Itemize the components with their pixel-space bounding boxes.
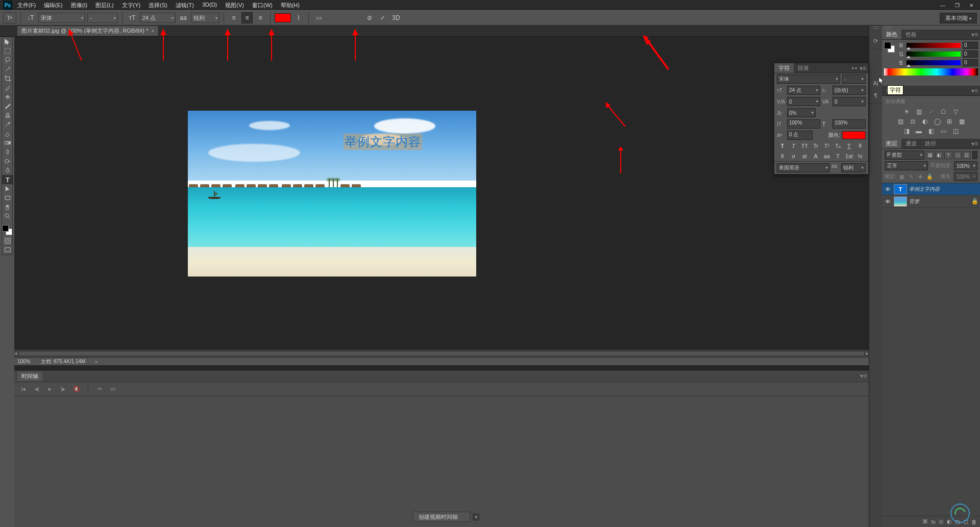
align-center-button[interactable]: ≡	[241, 12, 253, 23]
fg-color[interactable]	[2, 225, 9, 232]
g-value[interactable]: 0	[963, 51, 978, 58]
char-panel-toggle[interactable]: ▭	[313, 12, 324, 23]
path-select-tool[interactable]	[2, 184, 13, 193]
char-aa-combo[interactable]: 锐利▾	[841, 163, 866, 172]
heal-tool[interactable]	[2, 92, 13, 102]
layer-thumbnail-type[interactable]: T	[894, 184, 907, 194]
lock-transparency-icon[interactable]: ▦	[898, 173, 905, 180]
adj-hue-icon[interactable]: ▤	[896, 117, 905, 126]
ot-fractions[interactable]: ½	[855, 152, 865, 160]
style-italic[interactable]: T	[789, 142, 798, 150]
cancel-edit-button[interactable]: ⊘	[364, 12, 375, 23]
char-vscale-input[interactable]: 100%	[787, 119, 820, 129]
blur-tool[interactable]	[2, 147, 13, 157]
font-style-combo[interactable]: -▾	[87, 13, 118, 23]
char-kerning-combo[interactable]: 0▾	[787, 97, 820, 106]
zoom-level[interactable]: 100%	[17, 359, 31, 364]
blend-mode-combo[interactable]: 正常▾	[885, 161, 928, 170]
menu-layer[interactable]: 图层(L)	[91, 1, 117, 10]
canvas-h-scrollbar[interactable]: ◂▸	[14, 350, 869, 357]
para-tab[interactable]: 段落	[794, 63, 813, 73]
wand-tool[interactable]	[2, 65, 13, 74]
adj-vibrance-icon[interactable]: ▽	[951, 108, 960, 116]
menu-help[interactable]: 帮助(H)	[277, 1, 304, 10]
filter-smart-icon[interactable]: ⊡	[963, 151, 971, 159]
right-dock-handle[interactable]	[886, 27, 892, 29]
tl-first-frame[interactable]: |◂	[19, 385, 28, 393]
opacity-field[interactable]: 100%▾	[954, 161, 977, 170]
tool-preset-picker[interactable]: T▾	[3, 12, 16, 23]
brush-tool[interactable]	[2, 102, 13, 111]
channels-tab[interactable]: 通道	[901, 139, 921, 148]
create-timeline-button[interactable]: 创建视频时间轴▾	[413, 512, 471, 522]
screen-mode-button[interactable]	[2, 245, 13, 255]
layer-item-bg[interactable]: 👁 背景 🔒	[882, 195, 980, 208]
char-scale-combo[interactable]: 0%▾	[787, 108, 816, 117]
menu-type[interactable]: 文字(Y)	[118, 1, 145, 10]
b-slider[interactable]	[906, 60, 961, 65]
adj-mixer-icon[interactable]: ⊞	[945, 117, 954, 126]
menu-3d[interactable]: 3D(D)	[198, 1, 221, 10]
color-panel-menu[interactable]: ▾≡	[971, 31, 978, 38]
char-font-combo[interactable]: 宋体▾	[777, 74, 840, 84]
filter-type-icon[interactable]: T	[944, 151, 952, 159]
pen-tool[interactable]	[2, 166, 13, 175]
adj-bw-icon[interactable]: ◐	[920, 117, 929, 126]
layer-mask-icon[interactable]: ◎	[939, 518, 944, 525]
adj-gradmap-icon[interactable]: ▭	[939, 127, 948, 135]
tl-audio[interactable]: 🔇	[72, 385, 81, 393]
marquee-tool[interactable]	[2, 46, 13, 56]
char-hscale-input[interactable]: 100%	[832, 119, 866, 129]
char-leading-combo[interactable]: (自动)▾	[832, 86, 866, 95]
ot-discretionary[interactable]: st	[800, 152, 809, 160]
lock-all-icon[interactable]: 🔒	[926, 173, 933, 180]
antialias-combo[interactable]: 锐利▾	[191, 13, 219, 23]
delete-layer-icon[interactable]: 🗑	[971, 519, 977, 525]
adj-photo-filter-icon[interactable]: ◯	[933, 117, 942, 126]
zoom-tool[interactable]	[2, 212, 13, 221]
paragraph-panel-icon[interactable]: ¶	[870, 90, 881, 101]
eraser-tool[interactable]	[2, 129, 13, 138]
filter-shape-icon[interactable]: ◻	[953, 151, 962, 159]
adj-balance-icon[interactable]: ⚖	[908, 117, 917, 126]
align-right-button[interactable]: ≡	[255, 12, 266, 23]
tl-split[interactable]: ✂	[95, 385, 104, 393]
filter-toggle[interactable]	[972, 151, 977, 159]
style-bold[interactable]: T	[778, 142, 787, 150]
tl-play[interactable]: ▸	[46, 385, 54, 393]
paths-tab[interactable]: 路径	[921, 139, 940, 148]
adj-curves-icon[interactable]: ⟋	[926, 108, 936, 116]
style-smallcaps[interactable]: Tr	[811, 142, 820, 150]
layers-panel-menu[interactable]: ▾≡	[971, 140, 978, 147]
layer-name[interactable]: 举例文字内容	[909, 186, 940, 193]
adj-selective-icon[interactable]: ◫	[951, 127, 960, 135]
tl-transition[interactable]: ▭	[109, 385, 117, 393]
minimize-button[interactable]: ―	[937, 2, 948, 9]
tl-next-frame[interactable]: |▸	[59, 385, 67, 393]
adj-threshold-icon[interactable]: ◧	[926, 127, 936, 135]
menu-file[interactable]: 文件(F)	[13, 1, 40, 10]
menu-image[interactable]: 图像(I)	[67, 1, 91, 10]
char-collapse-icon[interactable]: ▸◂	[852, 65, 857, 70]
layer-fx-icon[interactable]: fx	[931, 519, 936, 525]
fg-bg-color-swatch[interactable]	[2, 225, 12, 235]
history-brush-tool[interactable]	[2, 120, 13, 129]
ot-stylistic[interactable]: aa	[822, 152, 831, 160]
style-underline[interactable]: T	[844, 142, 853, 150]
workspace-switcher[interactable]: 基本功能 ▾	[940, 13, 977, 23]
ot-ordinals[interactable]: 1st	[844, 152, 853, 160]
move-tool[interactable]	[2, 37, 13, 46]
filter-pixel-icon[interactable]: ▧	[926, 151, 934, 159]
menu-select[interactable]: 选择(S)	[144, 1, 172, 10]
font-size-combo[interactable]: 24 点▾	[140, 13, 176, 23]
ot-ligatures[interactable]: fi	[778, 152, 787, 160]
quick-mask-button[interactable]	[2, 236, 13, 245]
link-layers-icon[interactable]: ⌘	[922, 518, 928, 525]
ot-titling[interactable]: T	[834, 152, 843, 160]
tl-prev-frame[interactable]: ◂|	[33, 385, 41, 393]
color-tab[interactable]: 颜色	[882, 30, 901, 39]
layer-visibility-icon[interactable]: 👁	[884, 198, 892, 205]
adj-lookup-icon[interactable]: ▦	[957, 117, 966, 126]
color-fgbg-swatch[interactable]	[884, 42, 895, 53]
adj-levels-icon[interactable]: ▥	[914, 108, 923, 116]
